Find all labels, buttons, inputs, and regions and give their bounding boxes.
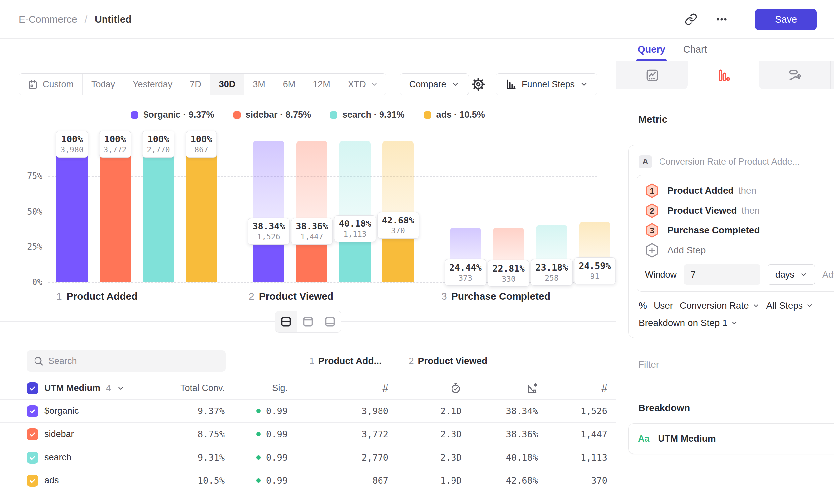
window-unit-select[interactable]: days (768, 264, 815, 285)
date-range-label: 3M (253, 79, 265, 90)
step2-conv-value: 38.36% (506, 429, 538, 439)
retention-report-tab[interactable] (831, 61, 834, 89)
panel-tabs: Query Chart (616, 39, 834, 61)
window-value-input[interactable] (684, 264, 760, 285)
header-divider (743, 12, 743, 26)
legend-item-organic[interactable]: $organic · 9.37% (131, 110, 214, 120)
breakdown-property-card[interactable]: Aa UTM Medium (628, 423, 834, 454)
funnels-report-tab[interactable] (688, 61, 759, 89)
breadcrumb-project[interactable]: E-Commerce (19, 14, 77, 25)
table-row-name-cell: search (0, 446, 176, 469)
bar-search-step1[interactable]: 100%2,770 (142, 141, 174, 282)
step2-conv-column-header[interactable] (475, 377, 551, 399)
counting-method-select[interactable]: User (654, 300, 673, 311)
bar-value-badge: 24.59%91 (574, 257, 616, 284)
add-step-button[interactable]: Add Step (645, 240, 834, 260)
bar-ads-step1[interactable]: 100%867 (186, 141, 217, 282)
sig-column-header[interactable]: Sig. (227, 377, 298, 399)
date-range-7d[interactable]: 7D (181, 74, 210, 95)
query-step-1[interactable]: 1 Product Added then (645, 181, 834, 201)
search-input[interactable] (26, 350, 225, 372)
compare-button[interactable]: Compare (400, 73, 469, 95)
chart-settings-button[interactable] (469, 75, 488, 93)
save-button[interactable]: Save (755, 9, 817, 30)
bar-sidebar-step1[interactable]: 100%3,772 (100, 141, 131, 282)
date-range-3m[interactable]: 3M (244, 74, 275, 95)
tab-query[interactable]: Query (638, 44, 665, 61)
bar-count: 370 (382, 227, 414, 235)
row-checkbox[interactable] (26, 475, 39, 487)
legend-swatch (131, 111, 138, 119)
y-axis-tick: 75% (17, 171, 42, 181)
bar-value-badge: 100%3,772 (99, 131, 131, 158)
panel-bottom-icon (324, 315, 336, 328)
step2-count-column-header[interactable]: # (551, 377, 616, 399)
select-all-checkbox[interactable] (26, 382, 39, 394)
metric-name: Conversion Rate of Product Adde... (659, 157, 799, 167)
tab-chart[interactable]: Chart (683, 44, 707, 61)
app-header: E-Commerce / Untitled Save (0, 0, 834, 39)
bar-ads-step2[interactable]: 42.68%370 (382, 141, 414, 282)
bar-sidebar-step2[interactable]: 38.36%1,447 (296, 141, 327, 282)
chart-type-selector[interactable]: Funnel Steps (496, 73, 597, 95)
metric-title-row[interactable]: A Conversion Rate of Product Adde... (637, 153, 834, 168)
sig-value: 0.99 (266, 429, 288, 439)
bar-organic-step1[interactable]: 100%3,980 (57, 141, 88, 282)
total-conv-value: 8.75% (198, 429, 225, 439)
layout-table-only-button[interactable] (319, 311, 341, 332)
date-range-yesterday[interactable]: Yesterday (124, 74, 181, 95)
step2-count-value: 370 (591, 476, 608, 486)
row-checkbox[interactable] (26, 452, 39, 463)
steps-scope-select[interactable]: All Steps (766, 300, 814, 311)
legend-label: search · 9.31% (342, 110, 405, 120)
sig-value: 0.99 (266, 406, 288, 416)
step2-time-column-header[interactable] (397, 377, 475, 399)
flows-report-tab[interactable] (759, 61, 831, 89)
step1-count: 2,770 (298, 446, 397, 469)
insights-report-tab[interactable] (616, 61, 688, 89)
sig: 0.99 (227, 446, 298, 469)
date-range-custom[interactable]: Custom (19, 74, 83, 95)
page-title[interactable]: Untitled (94, 14, 132, 25)
legend-item-ads[interactable]: ads · 10.5% (424, 110, 485, 120)
chart-legend: $organic · 9.37%sidebar · 8.75%search · … (0, 110, 616, 120)
date-range-12m[interactable]: 12M (304, 74, 339, 95)
date-range-6m[interactable]: 6M (275, 74, 305, 95)
date-range-today[interactable]: Today (83, 74, 124, 95)
total-conv-column-header[interactable]: Total Conv. (176, 377, 227, 399)
breakdown-on-select[interactable]: Breakdown on Step 1 (639, 318, 738, 328)
funnel-bar (186, 141, 217, 282)
svg-text:3: 3 (650, 227, 654, 235)
panel-top-icon (302, 315, 314, 328)
query-step-2[interactable]: 2 Product Viewed then (645, 201, 834, 221)
breakdown-value-count: 4 (106, 383, 111, 393)
legend-item-search[interactable]: search · 9.31% (330, 110, 405, 120)
query-step-3[interactable]: 3 Purchase Completed (645, 221, 834, 240)
metric-type-select[interactable]: Conversion Rate (680, 300, 760, 311)
bar-value-badge: 38.36%1,447 (291, 218, 333, 245)
date-range-xtd[interactable]: XTD (339, 74, 387, 95)
bar-count: 91 (578, 272, 611, 280)
layout-chart-only-button[interactable] (297, 311, 319, 332)
date-range-30d[interactable]: 30D (210, 74, 244, 95)
row-checkbox[interactable] (26, 428, 39, 440)
more-options-button[interactable] (712, 10, 731, 28)
row-checkbox[interactable] (26, 405, 39, 417)
step2-time: 1.9D (397, 469, 475, 492)
layout-toggle (275, 311, 342, 333)
table-step2-header: 2Product Viewed (397, 345, 616, 377)
breakdown-column-label[interactable]: UTM Medium (44, 383, 100, 393)
share-link-button[interactable] (682, 10, 700, 28)
avg-time-icon (450, 382, 462, 394)
chevron-down-icon[interactable] (117, 385, 125, 392)
bar-value-badge: 22.81%330 (488, 260, 529, 287)
y-axis-tick: 50% (17, 207, 42, 216)
bar-organic-step2[interactable]: 38.34%1,526 (253, 141, 284, 282)
flows-icon (788, 68, 802, 83)
layout-split-button[interactable] (275, 311, 297, 332)
step-event-name: Product Added (667, 185, 734, 196)
step1-count-column-header[interactable]: # (298, 377, 397, 399)
bar-search-step2[interactable]: 40.18%1,113 (339, 141, 371, 282)
advanced-toggle[interactable]: Advanced (822, 270, 834, 280)
legend-item-sidebar[interactable]: sidebar · 8.75% (233, 110, 311, 120)
